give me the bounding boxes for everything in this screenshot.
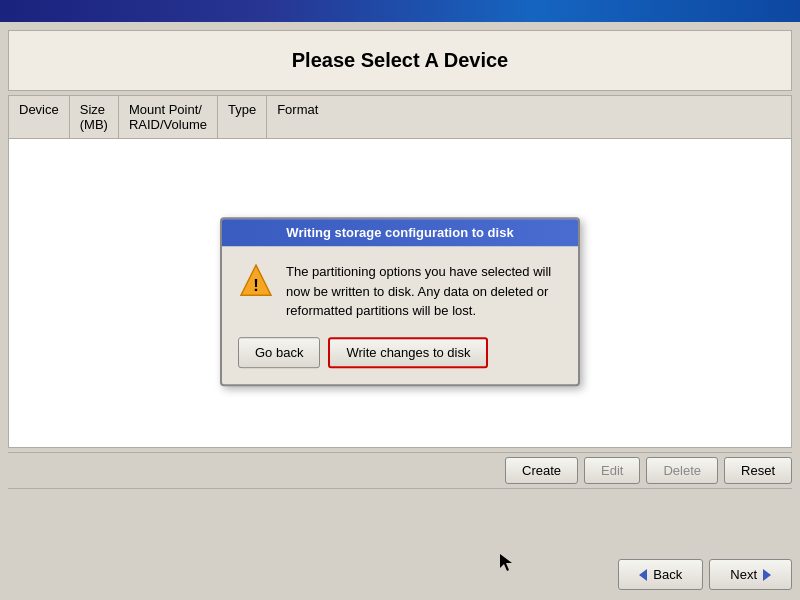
dialog-body: ! The partitioning options you have sele…: [222, 246, 578, 383]
delete-button[interactable]: Delete: [646, 457, 718, 484]
write-changes-button[interactable]: Write changes to disk: [328, 337, 488, 368]
dialog-buttons: Go back Write changes to disk: [238, 337, 562, 368]
svg-text:!: !: [253, 276, 259, 294]
go-back-button[interactable]: Go back: [238, 337, 320, 368]
col-mount: Mount Point/RAID/Volume: [119, 96, 218, 138]
col-device: Device: [9, 96, 70, 138]
mouse-cursor: [500, 554, 512, 572]
dialog-title-bar: Writing storage configuration to disk: [222, 219, 578, 246]
col-type: Type: [218, 96, 267, 138]
dialog-message-row: ! The partitioning options you have sele…: [238, 262, 562, 321]
dialog-message: The partitioning options you have select…: [286, 262, 562, 321]
back-label: Back: [653, 567, 682, 582]
next-label: Next: [730, 567, 757, 582]
next-arrow-icon: [763, 569, 771, 581]
reset-button[interactable]: Reset: [724, 457, 792, 484]
warning-icon: !: [238, 262, 274, 298]
col-size: Size(MB): [70, 96, 119, 138]
table-header: Device Size(MB) Mount Point/RAID/Volume …: [8, 95, 792, 138]
page-title: Please Select A Device: [27, 49, 773, 72]
title-area: Please Select A Device: [8, 30, 792, 91]
create-button[interactable]: Create: [505, 457, 578, 484]
bottom-toolbar: Create Edit Delete Reset: [8, 452, 792, 489]
next-button[interactable]: Next: [709, 559, 792, 590]
col-format: Format: [267, 96, 328, 138]
back-arrow-icon: [639, 569, 647, 581]
dialog-box: Writing storage configuration to disk ! …: [220, 217, 580, 385]
nav-area: Back Next: [618, 559, 792, 590]
edit-button[interactable]: Edit: [584, 457, 640, 484]
top-bar: [0, 0, 800, 22]
main-content-area: Writing storage configuration to disk ! …: [8, 138, 792, 448]
svg-marker-2: [500, 554, 512, 571]
back-button[interactable]: Back: [618, 559, 703, 590]
